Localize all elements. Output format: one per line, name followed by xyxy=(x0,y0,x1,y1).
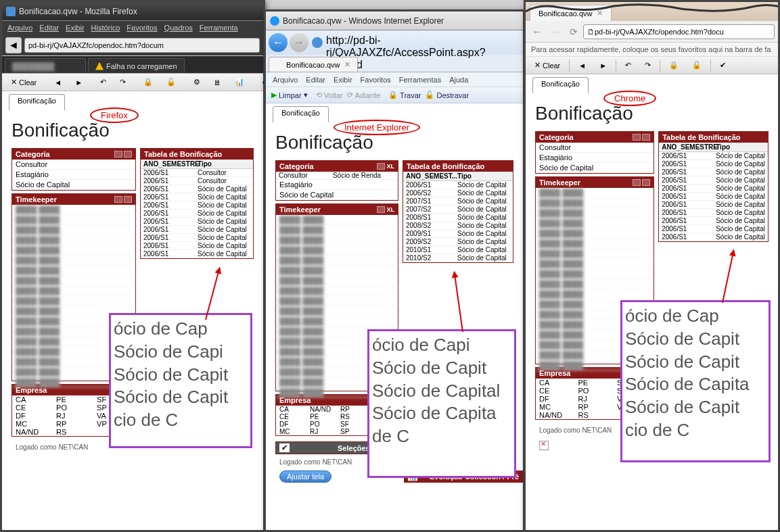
back-button[interactable]: ← xyxy=(529,26,545,38)
list-item[interactable]: MC xyxy=(276,428,306,435)
menu-editar[interactable]: Editar xyxy=(39,24,59,32)
list-item[interactable]: SF xyxy=(337,420,367,428)
box-icon[interactable] xyxy=(114,196,122,203)
list-item[interactable]: ████ ████ xyxy=(276,266,398,276)
table-row[interactable]: 2006/S1Sócio de Capital xyxy=(141,193,253,201)
url-field[interactable]: 🗋 pd-bi-rj/QvAJAXZfc/opendoc.htm?docu xyxy=(583,24,775,39)
table-row[interactable]: 2006/S2Sócio de Capital xyxy=(403,189,513,197)
reload-button[interactable]: ⟳ xyxy=(567,26,580,37)
list-item[interactable]: ████ ████ xyxy=(536,228,653,239)
menu-item[interactable]: Ferramentas xyxy=(399,76,441,84)
table-row[interactable]: 2009/S2Sócio de Capital xyxy=(403,238,513,246)
table-row[interactable]: 2006/S1Sócio de Capital xyxy=(659,201,768,209)
table-row[interactable]: 2006/S1Sócio de Capital xyxy=(659,217,768,225)
list-item[interactable]: DF xyxy=(276,420,306,428)
list-item[interactable]: ████ ████ xyxy=(536,198,653,208)
list-item[interactable]: RP xyxy=(574,403,613,411)
tool-btn[interactable]: 🗎 xyxy=(209,76,226,89)
list-item[interactable]: RP xyxy=(337,406,367,413)
table-row[interactable]: 2006/S1Sócio de Capital xyxy=(141,226,253,234)
table-row[interactable]: 2006/S1Sócio de Capital xyxy=(141,210,253,218)
list-item[interactable]: ████ ████ xyxy=(276,245,398,256)
fwd-btn[interactable]: ► xyxy=(595,59,612,72)
table-row[interactable]: 2006/S1Sócio de Capital xyxy=(659,168,768,176)
table-row[interactable]: 2010/S1Sócio de Capital xyxy=(403,246,513,254)
destravar-btn[interactable]: 🔓Destravar xyxy=(425,91,469,99)
list-item[interactable]: NA/ND xyxy=(536,411,574,419)
fwd-btn[interactable]: ► xyxy=(70,76,87,89)
table-row[interactable]: 2006/S1Sócio de Capital xyxy=(659,176,768,185)
list-item[interactable]: RS xyxy=(337,413,367,420)
box-icon[interactable] xyxy=(377,206,385,213)
unlock-btn[interactable]: 🔓 xyxy=(162,76,181,89)
list-item[interactable]: Estagiário xyxy=(12,170,135,180)
list-item[interactable]: MC xyxy=(12,420,53,428)
table-row[interactable]: 2006/S1Sócio de Capital xyxy=(659,152,768,160)
list-item[interactable]: ████ ████ xyxy=(536,239,653,249)
menu-item[interactable]: Ajuda xyxy=(449,76,468,84)
list-item[interactable]: ████ ████ xyxy=(12,245,135,256)
menubar[interactable]: Arquivo Editar Exibir Histórico Favorito… xyxy=(2,21,263,34)
list-item[interactable]: Estagiário xyxy=(536,153,653,163)
refresh-icon[interactable] xyxy=(312,37,323,48)
fwd-button[interactable]: → xyxy=(290,33,308,52)
redo-btn[interactable]: ↷ xyxy=(640,59,656,72)
list-item[interactable]: Sócio de Capital xyxy=(12,180,135,190)
table-rows[interactable]: 2006/S1Sócio de Capital2006/S1Sócio de C… xyxy=(659,152,768,241)
list-item[interactable]: ████ ████ xyxy=(12,215,135,225)
list-item[interactable]: PO xyxy=(306,420,337,428)
list-item[interactable]: Consultor xyxy=(536,143,653,153)
list-item[interactable]: SP xyxy=(337,428,367,435)
qv-tab[interactable]: Bonificação xyxy=(9,94,65,110)
menu-exibir[interactable]: Exibir xyxy=(66,24,85,32)
back-btn[interactable]: ◄ xyxy=(574,59,591,72)
tool-btn[interactable]: ⚙ xyxy=(189,76,205,89)
list-item[interactable]: ████ ████ xyxy=(12,286,135,296)
table-row[interactable]: 2006/S1Sócio de Capital xyxy=(141,250,253,258)
list-item[interactable]: PO xyxy=(574,387,613,395)
list-item[interactable]: DF xyxy=(536,395,574,403)
table-row[interactable]: 2010/S2Sócio de Capital xyxy=(403,254,513,262)
list-item[interactable]: ████ ████ xyxy=(276,296,398,306)
box-icon[interactable] xyxy=(642,134,650,141)
list-item[interactable]: PO xyxy=(53,404,93,412)
col-header[interactable]: Tipo xyxy=(455,172,474,180)
col-header[interactable]: ANO_SEMESTRE xyxy=(141,160,195,168)
list-item[interactable]: ████ ████ xyxy=(536,279,653,289)
table-row[interactable]: 2008/S2Sócio de Capital xyxy=(403,222,513,230)
travar-btn[interactable]: 🔒Travar xyxy=(388,91,421,99)
box-icon[interactable] xyxy=(124,196,132,203)
list-item[interactable]: RJ xyxy=(574,395,613,403)
list-item[interactable]: DF xyxy=(12,412,53,420)
list-item[interactable]: ████ ████ xyxy=(536,259,653,269)
redo-btn[interactable]: ↷ xyxy=(115,76,131,89)
list-item[interactable]: RS xyxy=(53,428,93,436)
list-item[interactable]: ████ ████ xyxy=(276,286,398,296)
list-item[interactable]: Sócio de Capital xyxy=(276,190,398,200)
list-item[interactable]: Consultor xyxy=(276,172,330,179)
list-item[interactable]: ████ ████ xyxy=(12,256,135,266)
menu-item[interactable]: Editar xyxy=(306,76,325,84)
list-item[interactable]: ████ ████ xyxy=(276,215,398,225)
qv-tab[interactable]: Bonificação xyxy=(532,77,589,93)
table-row[interactable]: 2006/S1Sócio de Capital xyxy=(141,218,253,226)
box-icon[interactable] xyxy=(124,151,132,158)
back-button[interactable]: ◄ xyxy=(5,37,22,53)
table-row[interactable]: 2006/S1Sócio de Capital xyxy=(659,209,768,217)
tab-1[interactable]: ████████ xyxy=(5,58,86,73)
menu-item[interactable]: Arquivo xyxy=(273,76,298,84)
unlock-btn[interactable]: 🔓 xyxy=(687,59,706,72)
list-item[interactable]: PE xyxy=(53,395,93,404)
list-item[interactable]: RP xyxy=(53,420,93,428)
categoria-list[interactable]: Consultor Estagiário Sócio de Capital xyxy=(12,160,135,190)
list-item[interactable]: MC xyxy=(536,403,574,411)
lock-btn[interactable]: 🔒 xyxy=(664,59,683,72)
list-item[interactable]: ████ ████ xyxy=(12,235,135,245)
list-item[interactable]: ████ ████ xyxy=(276,306,398,316)
list-item[interactable]: ████ ████ xyxy=(12,266,135,276)
table-row[interactable]: 2006/S1Sócio de Capital xyxy=(141,242,253,250)
ie-menubar[interactable]: Arquivo Editar Exibir Favoritos Ferramen… xyxy=(266,72,523,87)
list-item[interactable]: ████ ████ xyxy=(536,289,653,299)
categoria-list[interactable]: ConsultorSócio de Renda Estagiário Sócio… xyxy=(276,172,398,200)
menu-ferramentas[interactable]: Ferramenta xyxy=(200,24,238,32)
